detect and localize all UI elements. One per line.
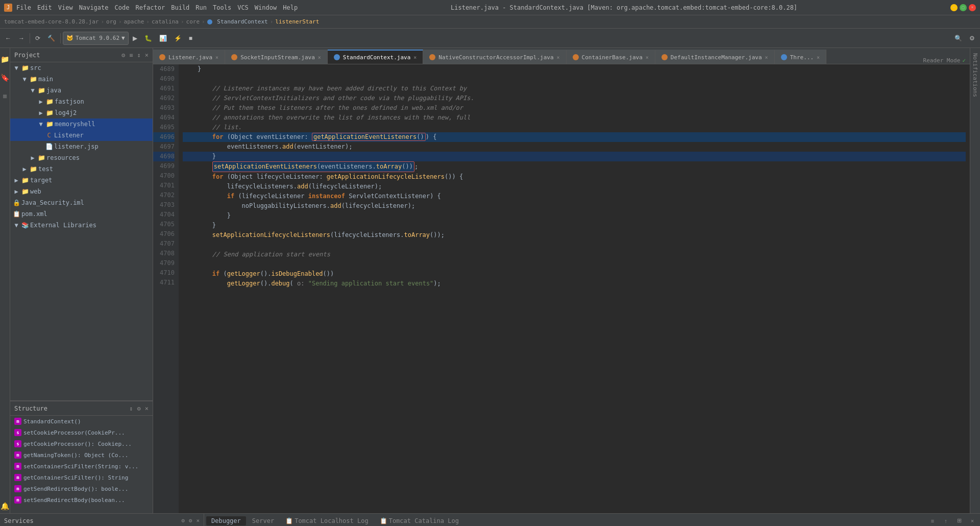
tree-java-security[interactable]: 🔒 Java_Security.iml [10,197,153,208]
menu-file[interactable]: File [16,4,31,11]
struct-icon-1[interactable]: ↕ [129,405,133,412]
tree-java[interactable]: ▼ 📁 java [10,85,153,96]
tree-memoryshell[interactable]: ▼ 📁 memoryshell [10,118,153,130]
debug-tab-debugger[interactable]: Debugger [206,516,246,525]
menu-view[interactable]: View [58,4,73,11]
struct-getContainerSciFilter[interactable]: m getContainerSciFilter(): String [10,472,153,483]
window-controls[interactable]: − □ × [950,4,976,11]
panel-icon-1[interactable]: ⚙ [121,52,125,59]
menu-refactor[interactable]: Refactor [135,4,165,11]
tab-standardcontext[interactable]: StandardContext.java × [328,50,423,64]
settings-button[interactable]: ⚙ [966,31,978,45]
tab-listener-java[interactable]: Listener.java × [153,50,225,64]
struct-icon-3[interactable]: × [145,405,149,412]
tab-defaultinstancemanager[interactable]: DefaultInstanceManager.java × [655,50,775,64]
bc-method[interactable]: listenerStart [275,18,319,25]
debug-tab-server[interactable]: Server [247,516,279,525]
bc-org[interactable]: org [106,18,116,25]
tab-nativeconstructor[interactable]: NativeConstructorAccessorImpl.java × [423,50,566,64]
notifications-sidebar-icon[interactable]: Notifications [971,50,979,100]
close-button[interactable]: × [969,4,976,11]
svc-icon-close[interactable]: × [196,517,200,524]
tab-thread[interactable]: Thre... × [775,50,826,64]
tree-test[interactable]: ▶ 📁 test [10,163,153,175]
tree-target[interactable]: ▶ 📁 target [10,175,153,186]
run-button[interactable]: ▶ [130,31,140,45]
tree-pom[interactable]: 📋 pom.xml [10,208,153,220]
bc-jar[interactable]: tomcat-embed-core-8.0.28.jar [4,18,99,25]
struct-getSendRedirectBody[interactable]: m getSendRedirectBody(): boole... [10,483,153,494]
tree-external[interactable]: ▼ 📚 External Libraries [10,220,153,231]
svc-icon-settings[interactable]: ⚙ [181,517,185,524]
menu-bar[interactable]: File Edit View Navigate Code Refactor Bu… [16,4,298,11]
tree-resources[interactable]: ▶ 📁 resources [10,152,153,163]
tab-close-icon[interactable]: × [765,55,768,60]
tree-listener[interactable]: C Listener [10,130,153,141]
debug-restore-btn[interactable]: ⊞ [953,515,965,527]
struct-icon-2[interactable]: ⚙ [137,405,141,412]
bookmarks-icon[interactable]: 🔖 [0,70,10,85]
tree-src[interactable]: ▼ 📁 src [10,62,153,74]
debug-close-btn[interactable]: × [967,515,978,527]
bc-catalina[interactable]: catalina [152,18,179,25]
notifications-icon[interactable]: 🔔 [0,499,10,513]
forward-button[interactable]: → [15,31,28,45]
debug-tab-tomcat-catalina[interactable]: 📋Tomcat Catalina Log [375,516,464,525]
struct-getNamingToken[interactable]: m getNamingToken(): Object (Co... [10,449,153,461]
code-editor[interactable]: } // Listener instances may have been ad… [179,64,970,513]
menu-navigate[interactable]: Navigate [79,4,109,11]
menu-edit[interactable]: Edit [37,4,52,11]
coverage-button[interactable]: 📊 [156,31,170,45]
tree-main[interactable]: ▼ 📁 main [10,74,153,85]
tab-close-icon[interactable]: × [646,55,649,60]
tab-icon [573,54,579,60]
debug-tab-tomcat-localhost[interactable]: 📋Tomcat Localhost Log [280,516,374,525]
tab-socketinputstream[interactable]: SocketInputStream.java × [225,50,328,64]
tree-fastjson[interactable]: ▶ 📁 fastjson [10,96,153,107]
menu-help[interactable]: Help [283,4,298,11]
struct-getCookieProcessor[interactable]: s getCookieProcessor(): Cookiep... [10,438,153,449]
struct-setSendRedirectBody[interactable]: m setSendRedirectBody(boolean... [10,494,153,506]
struct-setContainerSciFilter[interactable]: m setContainerSciFilter(String: v... [10,461,153,472]
tab-containerbase[interactable]: ContainerBase.java × [567,50,655,64]
tab-close-icon[interactable]: × [817,55,820,60]
tree-listener-jsp[interactable]: 📄 listener.jsp [10,141,153,152]
tree-web[interactable]: ▶ 📁 web [10,186,153,197]
project-icon[interactable]: 📁 [0,52,10,66]
menu-run[interactable]: Run [195,4,207,11]
menu-vcs[interactable]: VCS [237,4,249,11]
tab-close-icon[interactable]: × [557,55,560,60]
run-config-selector[interactable]: 🐱 Tomcat 9.0.62 ▼ [63,32,129,45]
bc-apache[interactable]: apache [124,18,144,25]
structure-icon[interactable]: ≡ [2,89,8,103]
debug-expand-btn[interactable]: ↑ [940,515,951,527]
reader-mode-check[interactable]: ✓ [962,57,966,64]
sync-button[interactable]: ⟳ [32,31,43,45]
struct-constructor[interactable]: m StandardContext() [10,416,153,427]
maximize-button[interactable]: □ [960,4,967,11]
tab-close-icon[interactable]: × [215,55,218,60]
bc-class[interactable]: StandardContext [207,18,268,25]
menu-window[interactable]: Window [255,4,277,11]
panel-icon-4[interactable]: × [145,52,149,59]
back-button[interactable]: ← [2,31,14,45]
search-everywhere-button[interactable]: 🔍 [951,31,965,45]
debug-button[interactable]: 🐛 [141,31,155,45]
line-numbers: 4689 4690 4691 4692 4693 4694 4695 4696 … [153,64,179,513]
stop-button[interactable]: ■ [186,31,195,45]
svc-icon-config[interactable]: ⚙ [189,517,192,524]
panel-icon-3[interactable]: ↕ [137,52,141,59]
menu-tools[interactable]: Tools [213,4,231,11]
profile-button[interactable]: ⚡ [171,31,185,45]
panel-icon-2[interactable]: ≡ [129,52,133,59]
minimize-button[interactable]: − [950,4,958,11]
struct-setCookieProcessor[interactable]: s setCookieProcessor(CookiePr... [10,427,153,438]
make-button[interactable]: 🔨 [44,31,58,45]
menu-build[interactable]: Build [171,4,189,11]
debug-layout-btn[interactable]: ≡ [927,515,938,527]
menu-code[interactable]: Code [115,4,130,11]
tab-close-icon[interactable]: × [318,55,321,60]
tab-close-icon[interactable]: × [413,55,416,60]
tree-log4j2[interactable]: ▶ 📁 log4j2 [10,107,153,118]
bc-core[interactable]: core [186,18,200,25]
